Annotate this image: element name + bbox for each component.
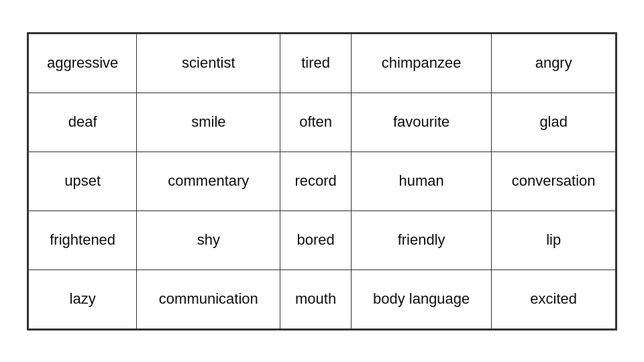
table-cell: commentary <box>137 152 280 210</box>
table-cell: aggressive <box>29 34 137 93</box>
table-cell: friendly <box>351 210 491 269</box>
table-cell: often <box>280 93 352 152</box>
table-cell: lip <box>492 210 616 269</box>
table-cell: record <box>280 152 352 210</box>
table-row: upsetcommentaryrecordhumanconversation <box>29 152 616 210</box>
word-table: aggressivescientisttiredchimpanzeeangryd… <box>28 34 616 329</box>
table-cell: bored <box>280 210 352 269</box>
table-cell: body language <box>351 269 491 328</box>
table-cell: chimpanzee <box>351 34 491 93</box>
table-cell: shy <box>137 210 280 269</box>
table-cell: lazy <box>29 269 137 328</box>
table-cell: human <box>351 152 491 210</box>
table-cell: deaf <box>29 93 137 152</box>
table-cell: upset <box>29 152 137 210</box>
table-cell: mouth <box>280 269 352 328</box>
table-cell: conversation <box>492 152 616 210</box>
table-cell: favourite <box>351 93 491 152</box>
word-grid: aggressivescientisttiredchimpanzeeangryd… <box>27 32 617 330</box>
table-row: frightenedshyboredfriendlylip <box>29 210 616 269</box>
table-row: aggressivescientisttiredchimpanzeeangry <box>29 34 616 93</box>
table-cell: excited <box>492 269 616 328</box>
table-cell: frightened <box>29 210 137 269</box>
table-cell: tired <box>280 34 352 93</box>
table-cell: smile <box>137 93 280 152</box>
table-row: lazycommunicationmouthbody languageexcit… <box>29 269 616 328</box>
table-cell: scientist <box>137 34 280 93</box>
table-row: deafsmileoftenfavouriteglad <box>29 93 616 152</box>
table-cell: angry <box>492 34 616 93</box>
table-cell: communication <box>137 269 280 328</box>
table-cell: glad <box>492 93 616 152</box>
